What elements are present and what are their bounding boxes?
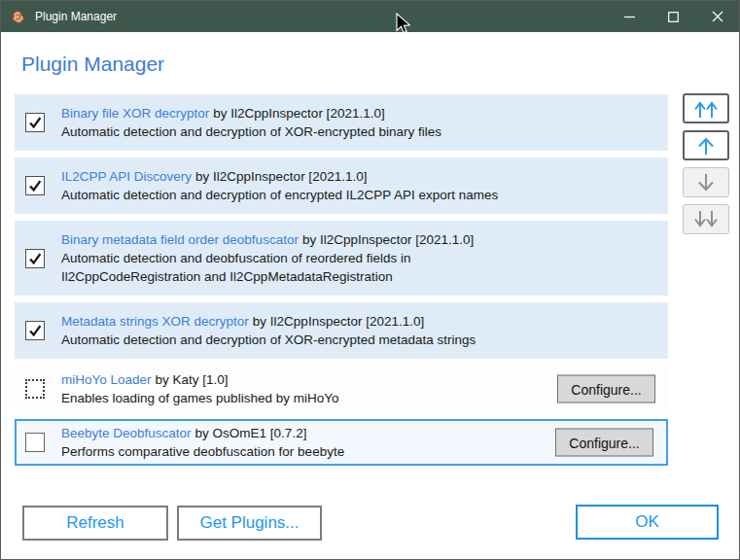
maximize-icon [668, 12, 679, 22]
plugin-title-line: Binary metadata field order deobfuscator… [61, 230, 474, 249]
plugin-description: Automatic detection and decryption of XO… [61, 331, 476, 349]
plugin-name-link[interactable]: IL2CPP API Discovery [61, 169, 192, 184]
plugin-description: Automatic detection and decryption of en… [61, 186, 498, 204]
refresh-button[interactable]: Refresh [22, 506, 168, 541]
plugin-row[interactable]: Beebyte Deobfuscatorby OsOmE1 [0.7.2] Pe… [15, 419, 668, 466]
plugin-description: Performs comparative deobfuscation for b… [61, 442, 344, 461]
close-icon [712, 11, 723, 22]
maximize-button[interactable] [652, 1, 695, 32]
titlebar[interactable]: Plugin Manager [1, 1, 739, 32]
plugin-byline: by OsOmE1 [0.7.2] [195, 426, 307, 440]
plugin-byline: by Il2CppInspector [2021.1.0] [213, 106, 384, 121]
checkmark-icon [27, 323, 43, 338]
plugin-title-line: Metadata strings XOR decryptorby Il2CppI… [61, 312, 476, 331]
plugin-text: Binary file XOR decryptorby Il2CppInspec… [61, 104, 455, 141]
arrow-up-icon [691, 134, 721, 158]
checkmark-icon [27, 251, 43, 266]
configure-button[interactable]: Configure... [557, 375, 655, 403]
plugin-list: Binary file XOR decryptorby Il2CppInspec… [15, 94, 668, 472]
move-down-button[interactable] [683, 167, 729, 197]
page-title: Plugin Manager [21, 52, 164, 76]
plugin-name-link[interactable]: Beebyte Deobfuscator [61, 426, 192, 440]
plugin-text: miHoYo Loaderby Katy [1.0] Enables loadi… [61, 370, 465, 407]
arrow-down-icon [691, 171, 721, 194]
plugin-checkbox[interactable] [25, 249, 45, 268]
plugin-row[interactable]: Binary metadata field order deobfuscator… [15, 221, 668, 296]
plugin-title-line: miHoYo Loaderby Katy [1.0] [61, 370, 338, 389]
plugin-checkbox[interactable] [25, 176, 45, 195]
reorder-buttons [683, 93, 729, 241]
close-button[interactable] [695, 1, 739, 32]
move-to-top-button[interactable] [683, 93, 729, 123]
plugin-name-link[interactable]: miHoYo Loader [61, 372, 152, 387]
plugin-text: Metadata strings XOR decryptorby Il2CppI… [61, 312, 489, 349]
plugin-checkbox[interactable] [25, 113, 45, 132]
move-up-button[interactable] [683, 130, 729, 160]
plugin-text: IL2CPP API Discoveryby Il2CppInspector [… [61, 167, 511, 204]
plugin-text: Beebyte Deobfuscatorby OsOmE1 [0.7.2] Pe… [61, 424, 471, 461]
plugin-title-line: IL2CPP API Discoveryby Il2CppInspector [… [61, 167, 498, 186]
caption-buttons [608, 1, 739, 32]
plugin-name-link[interactable]: Metadata strings XOR decryptor [61, 314, 249, 329]
plugin-text: Binary metadata field order deobfuscator… [61, 230, 487, 286]
plugin-byline: by Il2CppInspector [2021.1.0] [302, 232, 474, 247]
plugin-description: Automatic detection and deobfuscation of… [61, 249, 474, 286]
plugin-row[interactable]: IL2CPP API Discoveryby Il2CppInspector [… [15, 158, 668, 214]
plugin-checkbox[interactable] [25, 433, 45, 452]
window-title: Plugin Manager [35, 10, 608, 23]
plugin-row[interactable]: Binary file XOR decryptorby Il2CppInspec… [15, 94, 668, 151]
configure-button[interactable]: Configure... [555, 429, 653, 457]
get-plugins-button[interactable]: Get Plugins... [177, 506, 322, 541]
checkmark-icon [27, 115, 43, 130]
double-arrow-up-icon [691, 97, 721, 121]
plugin-checkbox[interactable] [25, 321, 45, 340]
ok-button[interactable]: OK [576, 505, 719, 540]
plugin-byline: by Katy [1.0] [156, 372, 229, 387]
plugin-byline: by Il2CppInspector [2021.1.0] [253, 314, 424, 329]
plugin-row[interactable]: Metadata strings XOR decryptorby Il2CppI… [15, 302, 668, 359]
plugin-name-link[interactable]: Binary file XOR decryptor [61, 106, 209, 121]
plugin-manager-window: Plugin Manager Plugin Manager Binary [0, 0, 740, 560]
plugin-name-link[interactable]: Binary metadata field order deobfuscator [61, 232, 299, 247]
minimize-button[interactable] [608, 1, 652, 32]
double-arrow-down-icon [691, 208, 721, 231]
minimize-icon [624, 12, 635, 22]
move-to-bottom-button[interactable] [683, 204, 729, 234]
plugin-title-line: Beebyte Deobfuscatorby OsOmE1 [0.7.2] [61, 424, 344, 442]
plugin-title-line: Binary file XOR decryptorby Il2CppInspec… [61, 104, 441, 122]
plugin-row[interactable]: miHoYo Loaderby Katy [1.0] Enables loadi… [15, 366, 668, 412]
plugin-checkbox[interactable] [25, 379, 45, 399]
plugin-byline: by Il2CppInspector [2021.1.0] [195, 169, 367, 184]
checkmark-icon [27, 178, 43, 193]
plugin-description: Enables loading of games published by mi… [61, 389, 338, 407]
app-icon [10, 9, 26, 25]
plugin-description: Automatic detection and decryption of XO… [61, 122, 441, 141]
